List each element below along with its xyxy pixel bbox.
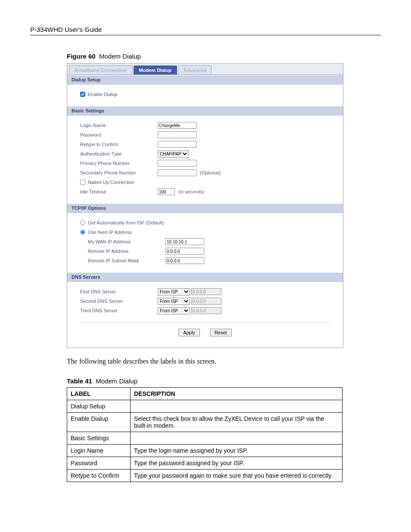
cell-label: Basic Settings <box>67 432 131 445</box>
table-row: Basic Settings <box>67 432 342 445</box>
ip-fixed-radio[interactable] <box>80 230 85 235</box>
cell-label: Login Name <box>67 445 131 457</box>
cell-desc: Type your password again to make sure th… <box>131 470 342 482</box>
remote-ip-input[interactable] <box>165 248 204 255</box>
nailed-up-label: Nailed-Up Connection <box>88 180 134 185</box>
reset-button[interactable]: Reset <box>210 329 232 336</box>
first-dns-label: First DNS Server <box>80 289 158 294</box>
secondary-phone-input[interactable] <box>158 169 196 176</box>
enable-dialup-label: Enable Dialup <box>88 92 118 97</box>
table-row: Enable DialupSelect this check box to al… <box>67 413 342 432</box>
th-desc: DESCRIPTION <box>131 388 342 400</box>
tab-modem-dialup[interactable]: Modem Dialup <box>134 65 177 75</box>
section-dialup-setup: Dialup Setup <box>67 75 343 84</box>
apply-button[interactable]: Apply <box>178 329 200 336</box>
table-row: Login NameType the login name assigned b… <box>67 445 342 457</box>
cell-desc <box>131 432 342 445</box>
password-input[interactable] <box>158 131 196 138</box>
intro-text: The following table describes the labels… <box>67 358 381 365</box>
optional-hint: (Optional) <box>200 170 221 175</box>
table-title: Modem Dialup <box>96 377 137 385</box>
description-table: LABEL DESCRIPTION Dialup Setup Enable Di… <box>67 387 342 482</box>
remote-mask-label: Remote IP Subnet Mask <box>80 258 165 263</box>
ip-auto-radio[interactable] <box>80 220 85 225</box>
table-number: Table 41 <box>67 377 92 385</box>
third-dns-input[interactable] <box>191 307 221 314</box>
third-dns-select[interactable]: From ISP <box>158 307 190 314</box>
first-dns-select[interactable]: From ISP <box>158 288 190 296</box>
second-dns-label: Second DNS Server <box>80 299 158 304</box>
idle-timeout-input[interactable] <box>158 188 175 195</box>
first-dns-input[interactable] <box>191 288 221 295</box>
cell-label: Enable Dialup <box>67 413 131 432</box>
cell-desc: Type the password assigned by your ISP. <box>131 457 342 470</box>
ip-fixed-label: Use fixed IP Address <box>88 230 132 235</box>
table-row: Retype to ConfirmType your password agai… <box>67 470 342 482</box>
figure-caption: Figure 60 Modem Dialup <box>67 53 381 60</box>
figure-title: Modem Dialup <box>99 53 141 60</box>
my-wan-input[interactable] <box>165 238 204 245</box>
cell-label: Retype to Confirm <box>67 470 131 482</box>
login-name-input[interactable] <box>158 122 196 129</box>
second-dns-input[interactable] <box>191 298 221 305</box>
figure-number: Figure 60 <box>67 53 96 60</box>
table-row: PasswordType the password assigned by yo… <box>67 457 342 470</box>
cell-label: Dialup Setup <box>67 400 131 413</box>
retype-input[interactable] <box>158 141 196 148</box>
cell-label: Password <box>67 457 131 470</box>
tab-broadband[interactable]: Broadband Connection <box>69 65 133 75</box>
my-wan-label: My WAN IP Address <box>80 239 165 244</box>
th-label: LABEL <box>67 388 131 400</box>
tabs-row: Broadband Connection Modem Dialup Advanc… <box>67 64 343 75</box>
retype-label: Retype to Confirm <box>80 142 158 147</box>
auth-type-label: Authentication Type <box>80 151 158 156</box>
idle-timeout-label: Idle Timeout <box>80 189 158 194</box>
page-header: P-334WHD User's Guide <box>30 26 381 35</box>
enable-dialup-checkbox[interactable] <box>80 92 85 97</box>
primary-phone-label: Primary Phone Number <box>80 161 158 166</box>
section-dns-servers: DNS Servers <box>67 272 343 282</box>
section-tcpip-options: TCP/IP Options <box>67 203 343 213</box>
remote-ip-label: Remote IP Address <box>80 249 165 254</box>
section-basic-settings: Basic Settings <box>67 106 343 115</box>
table-caption: Table 41 Modem Dialup <box>67 377 381 385</box>
auth-type-select[interactable]: CHAP/PAP <box>158 150 189 158</box>
secondary-phone-label: Secondary Phone Number <box>80 170 158 175</box>
remote-mask-input[interactable] <box>165 257 204 264</box>
password-label: Password <box>80 132 158 137</box>
second-dns-select[interactable]: From ISP <box>158 298 190 305</box>
cell-desc <box>131 400 342 413</box>
button-row: Apply Reset <box>80 322 330 342</box>
login-name-label: Login Name <box>80 123 158 128</box>
primary-phone-input[interactable] <box>158 160 196 167</box>
screenshot-panel: Broadband Connection Modem Dialup Advanc… <box>67 63 343 348</box>
cell-desc: Type the login name assigned by your ISP… <box>131 445 342 457</box>
third-dns-label: Third DNS Server <box>80 308 158 313</box>
table-row: Dialup Setup <box>67 400 342 413</box>
idle-unit: (in seconds) <box>178 189 204 194</box>
ip-auto-label: Get Automatically from ISP (Default) <box>88 220 164 225</box>
tab-advanced[interactable]: Advanced <box>178 65 212 75</box>
nailed-up-checkbox[interactable] <box>80 180 85 185</box>
cell-desc: Select this check box to allow the ZyXEL… <box>131 413 342 432</box>
